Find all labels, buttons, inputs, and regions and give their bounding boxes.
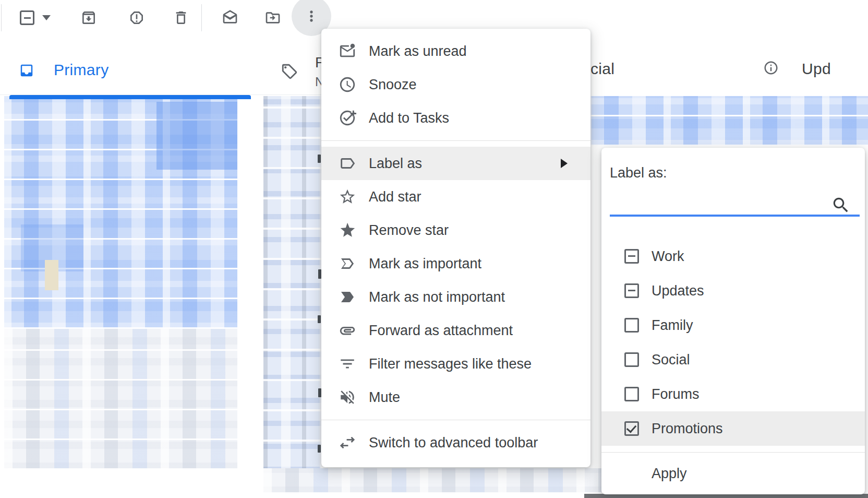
important-outline-icon [339,255,356,272]
mark-as-read-button[interactable] [222,9,238,26]
attachment-icon [339,322,356,339]
redacted-patch [156,102,237,170]
checkbox-checked-icon[interactable] [624,421,639,436]
archive-button[interactable] [80,9,97,26]
checkbox-indeterminate-icon[interactable] [624,283,639,298]
submenu-arrow-icon [561,159,568,168]
star-filled-icon [339,221,356,239]
more-options-button[interactable] [303,8,320,25]
more-options-icon [303,8,320,25]
label-search-input[interactable] [610,187,831,215]
menu-item-forward-as-attachment[interactable]: Forward as attachment [321,314,590,347]
label-icon [339,155,356,172]
menu-item-mark-as-not-important[interactable]: Mark as not important [321,280,590,314]
mark-as-read-icon [222,9,238,26]
menu-item-filter-messages[interactable]: Filter messages like these [321,347,590,381]
redacted-text-sliver [318,155,321,163]
menu-divider [321,140,590,141]
delete-icon [173,9,189,26]
select-checkbox[interactable] [20,10,34,25]
email-list-redacted[interactable] [4,329,237,470]
redacted-patch [45,260,58,290]
info-icon[interactable] [763,60,779,76]
label-option-social[interactable]: Social [601,342,865,377]
menu-item-mute[interactable]: Mute [321,381,590,414]
submenu-title: Label as: [610,165,667,181]
tab-social-partial-label[interactable]: cial [590,60,614,78]
mark-unread-icon [339,42,356,60]
checkbox-unchecked-icon[interactable] [624,318,639,333]
tab-promotions[interactable]: Pr Ne [261,52,321,99]
tab-updates-partial-label[interactable]: Upd [802,60,831,78]
menu-item-label: Mark as unread [369,43,467,60]
label-option-updates[interactable]: Updates [601,274,865,308]
label-option-name: Promotions [652,421,723,437]
tab-primary-label: Primary [54,61,108,79]
menu-item-switch-toolbar[interactable]: Switch to advanced toolbar [321,426,590,459]
report-spam-icon [128,9,145,26]
menu-item-add-star[interactable]: Add star [321,180,590,214]
tab-primary[interactable]: Primary [9,52,251,99]
checkbox-indeterminate-icon[interactable] [624,249,639,264]
label-option-name: Updates [652,283,704,299]
switch-arrows-icon [339,434,356,452]
bottom-dark-strip [584,494,868,498]
add-to-tasks-icon [339,109,356,127]
search-icon[interactable] [831,195,851,215]
tab-promotions-fragment: Ne [315,74,321,90]
menu-item-mark-as-unread[interactable]: Mark as unread [321,34,590,68]
search-underline [610,215,860,217]
menu-item-label: Label as [369,156,422,172]
toolbar-separator [201,4,202,31]
menu-item-label: Mute [369,389,400,406]
menu-item-label: Forward as attachment [369,323,513,339]
menu-item-label: Add to Tasks [369,110,449,126]
menu-item-label: Add star [369,189,421,205]
checkbox-unchecked-icon[interactable] [624,387,639,401]
tab-promotions-fragment: Pr [315,54,321,71]
menu-item-label: Switch to advanced toolbar [369,435,538,451]
label-option-forums[interactable]: Forums [601,377,865,411]
redacted-text-sliver [318,445,321,453]
submenu-divider [601,452,865,453]
tag-icon [281,63,298,80]
select-dropdown-caret[interactable] [42,15,51,20]
menu-item-label: Remove star [369,222,449,239]
context-menu: Mark as unread Snooze Add to Tasks Label… [321,29,590,467]
menu-item-mark-as-important[interactable]: Mark as important [321,247,590,280]
label-option-promotions[interactable]: Promotions [601,411,865,446]
snooze-clock-icon [339,76,356,93]
email-list-redacted-column[interactable] [263,96,321,472]
label-option-name: Family [652,317,693,334]
menu-item-snooze[interactable]: Snooze [321,68,590,101]
menu-item-label: Mark as important [369,256,481,272]
move-to-icon [264,9,281,26]
menu-item-label: Filter messages like these [369,356,532,372]
mute-icon [339,388,356,406]
label-option-name: Work [652,248,684,265]
indeterminate-mark-icon [24,17,31,19]
star-outline-icon [339,188,356,206]
filter-icon [339,355,356,373]
label-option-name: Forums [652,386,700,402]
email-row-redacted-selected[interactable] [584,96,868,146]
menu-item-remove-star[interactable]: Remove star [321,214,590,247]
label-as-submenu: Label as: Work Updates Family Social For… [601,148,865,494]
tab-promotions-clipped-text: Pr Ne [315,54,321,92]
apply-button[interactable]: Apply [601,458,868,489]
redacted-text-sliver [318,315,321,323]
archive-icon [80,9,97,26]
label-option-family[interactable]: Family [601,308,865,342]
label-option-work[interactable]: Work [601,239,865,274]
menu-item-add-to-tasks[interactable]: Add to Tasks [321,101,590,135]
delete-button[interactable] [173,9,189,26]
menu-item-label: Mark as not important [369,289,505,305]
email-list-redacted-bottom[interactable] [263,468,601,494]
report-spam-button[interactable] [128,9,145,26]
move-to-button[interactable] [264,9,281,26]
checkbox-unchecked-icon[interactable] [624,352,639,367]
menu-item-label-as[interactable]: Label as [321,147,590,180]
label-option-name: Social [652,352,690,368]
important-filled-icon [339,288,356,306]
apply-button-label: Apply [652,466,687,482]
